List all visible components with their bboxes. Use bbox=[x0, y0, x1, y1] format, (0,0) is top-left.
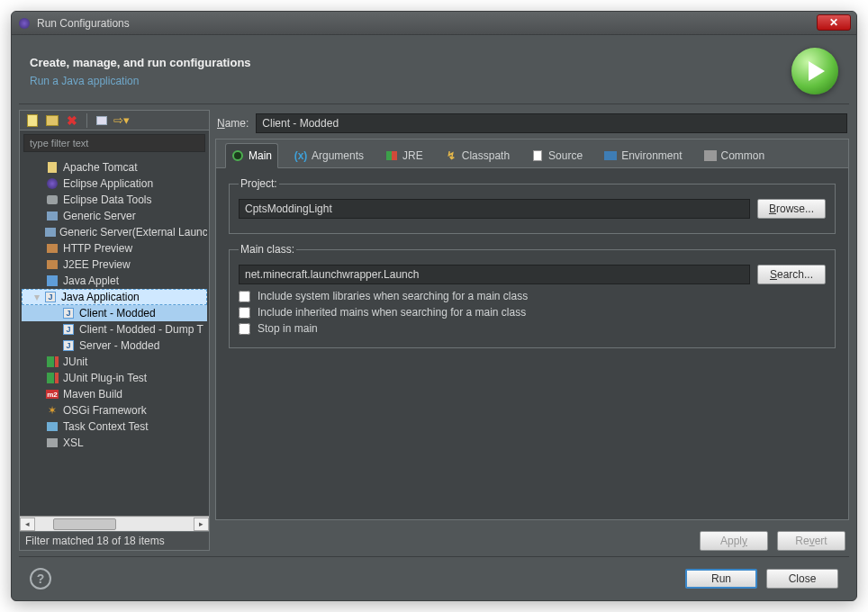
db-icon bbox=[45, 193, 59, 207]
apply-revert-row: Apply Revert bbox=[215, 526, 849, 551]
tab-common[interactable]: Common bbox=[699, 144, 771, 167]
tree-item-java-applet[interactable]: Java Applet bbox=[22, 273, 207, 289]
java-app-icon: J bbox=[43, 290, 58, 304]
titlebar[interactable]: Run Configurations ✕ bbox=[12, 12, 856, 35]
horizontal-scrollbar[interactable]: ◂ ▸ bbox=[20, 516, 209, 531]
osgi-icon: ✶ bbox=[45, 403, 59, 418]
project-input[interactable] bbox=[239, 199, 750, 219]
include-inherited-check[interactable]: Include inherited mains when searching f… bbox=[239, 306, 826, 319]
tree-item-osgi[interactable]: ✶OSGi Framework bbox=[22, 402, 207, 418]
dialog-body: ✖ ⇨▾ type filter text Apache Tomcat Ecli… bbox=[12, 104, 856, 551]
main-tab-icon bbox=[231, 149, 244, 162]
search-button[interactable]: Search... bbox=[757, 265, 826, 284]
collapse-all-icon[interactable] bbox=[95, 113, 109, 128]
run-hero-icon bbox=[791, 48, 838, 94]
tree-item-http-preview[interactable]: HTTP Preview bbox=[22, 240, 207, 256]
tree-item-client-modded-dump[interactable]: JClient - Modded - Dump T bbox=[22, 321, 207, 338]
tab-area: Main (x)Arguments JRE ↯Classpath Source … bbox=[215, 139, 849, 520]
task-icon bbox=[45, 419, 59, 434]
delete-config-icon[interactable]: ✖ bbox=[65, 113, 79, 128]
tree-item-apache-tomcat[interactable]: Apache Tomcat bbox=[22, 159, 207, 176]
mainclass-input[interactable] bbox=[239, 265, 750, 284]
right-panel: Name: Main (x)Arguments JRE ↯Classpath S… bbox=[215, 110, 849, 551]
tab-environment[interactable]: Environment bbox=[599, 144, 687, 167]
new-config-icon[interactable] bbox=[25, 113, 40, 128]
http-icon bbox=[45, 241, 59, 256]
stop-in-main-check[interactable]: Stop in main bbox=[239, 322, 826, 335]
tree-item-task-context[interactable]: Task Context Test bbox=[22, 418, 207, 435]
caret-icon[interactable]: ▾ bbox=[32, 291, 41, 303]
check-label: Include system libraries when searching … bbox=[258, 290, 528, 302]
common-tab-icon bbox=[704, 149, 717, 162]
tree-item-generic-server[interactable]: Generic Server bbox=[22, 208, 207, 224]
filter-input[interactable]: type filter text bbox=[23, 134, 205, 152]
tree-item-junit-plugin[interactable]: JUnit Plug-in Test bbox=[22, 370, 207, 386]
toolbar-separator bbox=[86, 113, 87, 128]
tree-item-eclipse-application[interactable]: Eclipse Application bbox=[22, 176, 207, 192]
checkbox-stop-in-main[interactable] bbox=[239, 323, 250, 335]
dialog-title: Create, manage, and run configurations bbox=[30, 56, 251, 69]
tab-classpath[interactable]: ↯Classpath bbox=[439, 144, 515, 167]
dialog-header: Create, manage, and run configurations R… bbox=[12, 35, 856, 104]
window-close-button[interactable]: ✕ bbox=[817, 14, 851, 31]
xsl-icon bbox=[45, 436, 59, 450]
project-legend: Project: bbox=[239, 177, 279, 190]
eclipse-app-icon bbox=[45, 176, 59, 191]
tree-item-j2ee-preview[interactable]: J2EE Preview bbox=[22, 256, 207, 273]
config-tree[interactable]: Apache Tomcat Eclipse Application Eclips… bbox=[20, 156, 209, 516]
check-label: Stop in main bbox=[258, 322, 318, 335]
window-title: Run Configurations bbox=[37, 17, 130, 30]
dialog-subtitle: Run a Java application bbox=[30, 75, 251, 87]
mainclass-legend: Main class: bbox=[239, 243, 296, 256]
java-launch-icon: J bbox=[61, 322, 76, 337]
tree-item-eclipse-data-tools[interactable]: Eclipse Data Tools bbox=[22, 192, 207, 208]
apply-button[interactable]: Apply bbox=[700, 531, 768, 551]
server-icon bbox=[45, 225, 56, 239]
tree-item-xsl[interactable]: XSL bbox=[22, 435, 207, 451]
tree-item-generic-server-external[interactable]: Generic Server(External Launc bbox=[22, 224, 207, 240]
filter-status: Filter matched 18 of 18 items bbox=[20, 531, 209, 550]
project-fieldset: Project: Browse... bbox=[229, 177, 836, 234]
tree-item-server-modded[interactable]: JServer - Modded bbox=[22, 338, 207, 354]
close-button[interactable]: Close bbox=[766, 569, 838, 589]
eclipse-icon bbox=[17, 16, 32, 31]
checkbox-include-inherited[interactable] bbox=[239, 307, 250, 319]
left-panel: ✖ ⇨▾ type filter text Apache Tomcat Ecli… bbox=[19, 110, 210, 551]
tab-arguments[interactable]: (x)Arguments bbox=[289, 144, 369, 167]
tab-jre[interactable]: JRE bbox=[380, 144, 429, 167]
dialog-footer: ? Run Close bbox=[12, 557, 856, 600]
server-icon bbox=[45, 209, 59, 223]
tree-item-java-application[interactable]: ▾JJava Application bbox=[22, 289, 207, 305]
duplicate-config-icon[interactable] bbox=[45, 113, 59, 128]
name-label: Name: bbox=[217, 117, 249, 130]
revert-button[interactable]: Revert bbox=[777, 531, 845, 551]
left-toolbar: ✖ ⇨▾ bbox=[20, 111, 209, 130]
tab-main[interactable]: Main bbox=[225, 143, 278, 168]
tab-source[interactable]: Source bbox=[526, 144, 588, 167]
filter-menu-icon[interactable]: ⇨▾ bbox=[114, 113, 129, 128]
tab-body-main: Project: Browse... Main class: Search...… bbox=[216, 168, 848, 519]
arguments-tab-icon: (x) bbox=[294, 149, 307, 162]
jre-tab-icon bbox=[385, 149, 398, 162]
classpath-tab-icon: ↯ bbox=[445, 149, 457, 162]
scroll-thumb[interactable] bbox=[53, 518, 116, 530]
java-launch-icon: J bbox=[61, 306, 76, 320]
environment-tab-icon bbox=[604, 149, 617, 162]
tree-item-client-modded[interactable]: JClient - Modded bbox=[22, 305, 207, 321]
applet-icon bbox=[45, 274, 59, 288]
run-button[interactable]: Run bbox=[685, 569, 757, 589]
mainclass-fieldset: Main class: Search... Include system lib… bbox=[229, 243, 836, 348]
help-button[interactable]: ? bbox=[30, 568, 51, 590]
name-input[interactable] bbox=[256, 113, 847, 133]
tree-item-junit[interactable]: JUnit bbox=[22, 354, 207, 370]
tree-item-maven[interactable]: m2Maven Build bbox=[22, 386, 207, 402]
browse-button[interactable]: Browse... bbox=[757, 199, 826, 219]
name-row: Name: bbox=[215, 110, 849, 133]
scroll-track[interactable] bbox=[35, 518, 194, 531]
checkbox-include-system[interactable] bbox=[239, 291, 250, 302]
junit-plugin-icon bbox=[45, 371, 59, 385]
apache-tomcat-icon bbox=[45, 160, 59, 175]
scroll-right-arrow[interactable]: ▸ bbox=[194, 518, 209, 531]
scroll-left-arrow[interactable]: ◂ bbox=[20, 518, 35, 531]
include-system-libs-check[interactable]: Include system libraries when searching … bbox=[239, 290, 826, 302]
